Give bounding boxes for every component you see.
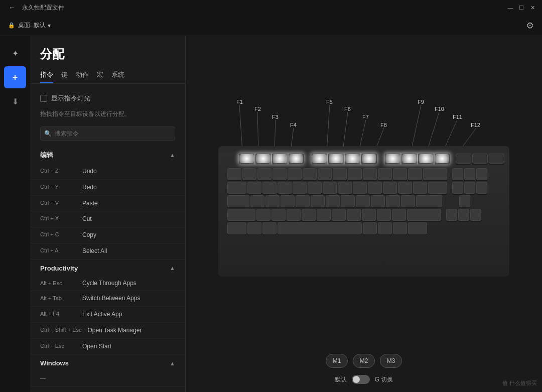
f1-key[interactable] [239,154,254,164]
d-key[interactable] [281,195,295,207]
key-7[interactable] [333,168,347,180]
key-9[interactable] [363,168,377,180]
esc-key[interactable] [227,168,241,180]
cmd-undo[interactable]: Ctrl + Z Undo [30,164,185,180]
key-1[interactable] [242,168,256,180]
f7-key[interactable] [345,154,360,164]
rbracket-key[interactable] [413,182,427,194]
menu-key[interactable] [393,222,407,234]
search-input[interactable] [40,126,175,141]
f-key[interactable] [296,195,310,207]
ralt-key[interactable] [363,222,377,234]
fn-key[interactable] [378,222,392,234]
period-key[interactable] [377,209,391,221]
s-key[interactable] [265,195,280,207]
comma-key[interactable] [362,209,376,221]
f12-key[interactable] [435,154,450,164]
prtsc-key[interactable] [456,154,471,164]
key-minus[interactable] [393,168,407,180]
lalt-key[interactable] [262,222,277,234]
semicolon-key[interactable] [386,195,400,207]
y-key[interactable] [323,182,337,194]
settings-icon[interactable]: ⚙ [526,20,534,31]
key-4[interactable] [288,168,302,180]
show-light-checkbox[interactable] [40,95,47,102]
section-windows-header[interactable]: Windows ▲ [30,354,185,371]
o-key[interactable] [368,182,382,194]
h-key[interactable] [326,195,340,207]
del-key[interactable] [452,182,463,194]
g-key[interactable] [311,195,325,207]
desktop-label[interactable]: 桌面: 默认 ▾ [18,21,51,30]
tab-commands[interactable]: 指令 [40,67,53,83]
home-key[interactable] [464,168,475,180]
lctrl-key[interactable] [227,222,246,234]
j-key[interactable] [341,195,355,207]
a-key[interactable] [250,195,264,207]
quote-key[interactable] [401,195,415,207]
tab-keys[interactable]: 键 [61,67,68,83]
cmd-task-manager[interactable]: Ctrl + Shift + Esc Open Task Manager [30,323,185,339]
f9-key[interactable] [385,154,400,164]
x-key[interactable] [272,209,286,221]
section-edit-header[interactable]: 编辑 ▲ [30,146,185,164]
key-3[interactable] [273,168,287,180]
cmd-cycle-apps[interactable]: Alt + Esc Cycle Through Apps [30,276,185,292]
sidebar-item-lighting[interactable]: ✦ [4,42,26,64]
m1-button[interactable]: M1 [326,354,348,368]
right-key[interactable] [470,209,481,221]
f2-key[interactable] [255,154,271,164]
l-key[interactable] [371,195,385,207]
key-2[interactable] [257,168,272,180]
lshift-key[interactable] [227,209,255,221]
pgdn-key[interactable] [476,182,487,194]
w-key[interactable] [262,182,277,194]
close-button[interactable]: ✕ [529,4,536,11]
maximize-button[interactable]: ☐ [518,4,525,11]
f4-key[interactable] [289,154,304,164]
u-key[interactable] [338,182,352,194]
backspace-key[interactable] [423,168,447,180]
slash-key[interactable] [392,209,406,221]
f11-key[interactable] [418,154,434,164]
cmd-copy[interactable]: Ctrl + C Copy [30,227,185,243]
key-6[interactable] [318,168,332,180]
key-0[interactable] [378,168,392,180]
tab-actions[interactable]: 动作 [76,67,89,83]
r-key[interactable] [293,182,307,194]
z-key[interactable] [256,209,270,221]
rctrl-key[interactable] [408,222,427,234]
tab-macros[interactable]: 宏 [97,67,103,83]
f8-key[interactable] [361,154,377,164]
cmd-exit-app[interactable]: Alt + F4 Exit Active App [30,307,185,323]
up-key[interactable] [459,195,470,207]
f5-key[interactable] [312,154,327,164]
minimize-button[interactable]: — [507,4,514,11]
t-key[interactable] [308,182,322,194]
p-key[interactable] [383,182,397,194]
c-key[interactable] [287,209,301,221]
down-key[interactable] [458,209,469,221]
sidebar-item-download[interactable]: ⬇ [4,90,26,112]
ins-key[interactable] [452,168,463,180]
k-key[interactable] [356,195,370,207]
n-key[interactable] [332,209,346,221]
tab-key[interactable] [227,182,246,194]
cmd-select-all[interactable]: Ctrl + A Select All [30,243,185,259]
e-key[interactable] [278,182,292,194]
key-5[interactable] [303,168,317,180]
key-8[interactable] [348,168,362,180]
g-toggle[interactable] [352,375,370,384]
f6-key[interactable] [328,154,344,164]
cmd-open-start[interactable]: Ctrl + Esc Open Start [30,339,185,355]
v-key[interactable] [302,209,316,221]
q-key[interactable] [247,182,261,194]
b-key[interactable] [317,209,331,221]
left-key[interactable] [446,209,457,221]
cmd-redo[interactable]: Ctrl + Y Redo [30,180,185,196]
pgup-key[interactable] [476,168,487,180]
m3-button[interactable]: M3 [380,354,402,368]
f10-key[interactable] [401,154,417,164]
backslash-key[interactable] [428,182,447,194]
m-key[interactable] [347,209,361,221]
